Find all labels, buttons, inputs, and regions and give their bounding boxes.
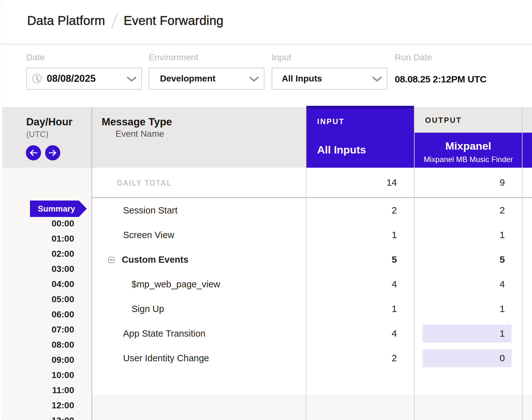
row-label: Session Start (123, 205, 177, 215)
row-output-value: 5 (435, 255, 505, 265)
row-input-value: 5 (328, 255, 397, 265)
breadcrumb-separator: / (114, 13, 115, 28)
row-input-value: 1 (328, 230, 397, 240)
message-type-title: Message Type (102, 116, 172, 128)
hour-item[interactable]: 04:00 (27, 279, 74, 289)
grid-line-1 (306, 107, 306, 420)
hour-item[interactable]: 03:00 (27, 264, 74, 274)
date-value: 08/08/2025 (47, 68, 96, 89)
grid-line-3 (522, 107, 523, 420)
environment-value: Development (160, 68, 216, 89)
input-label: Input (272, 53, 291, 62)
row-input-value: 1 (328, 304, 397, 314)
arrow-left-icon (29, 149, 38, 157)
date-label: Date (26, 53, 45, 62)
output-column-header[interactable]: Mixpanel Mixpanel MB Music Finder (415, 133, 522, 168)
input-column-title: All Inputs (317, 144, 366, 156)
row-input-value: 2 (328, 353, 397, 363)
output-group-label: OUTPUT (425, 117, 462, 124)
summary-tab[interactable]: Summary (30, 201, 87, 217)
date-select[interactable]: 08/08/2025 (26, 68, 142, 90)
daily-total-label: DAILY TOTAL (117, 179, 172, 187)
hour-item[interactable]: 05:00 (27, 295, 74, 304)
row-output-value: 0 (435, 353, 505, 363)
chevron-down-icon (372, 76, 382, 82)
breadcrumb-section[interactable]: Data Platform (27, 14, 105, 27)
prev-day-button[interactable] (26, 145, 41, 160)
hour-item[interactable]: 08:00 (27, 340, 74, 350)
header-divider (0, 44, 532, 45)
daily-total-output: 9 (435, 177, 505, 188)
input-select[interactable]: All Inputs (272, 68, 387, 90)
hour-item[interactable]: 07:00 (27, 325, 74, 334)
event-name-subtitle: Event Name (115, 129, 164, 138)
input-value: All Inputs (282, 68, 322, 89)
run-date-label: Run Date (395, 53, 432, 62)
daily-total-input: 14 (328, 177, 397, 188)
row-label: User Identity Change (123, 353, 209, 363)
breadcrumb: Data Platform/Event Forwarding (27, 13, 223, 28)
output-column-title: Mixpanel (415, 140, 522, 152)
hour-item[interactable]: 12:00 (27, 401, 74, 410)
input-group-label: INPUT (317, 118, 345, 125)
output-column-subtitle: Mixpanel MB Music Finder (415, 155, 522, 164)
row-label: Sign Up (132, 304, 164, 314)
row-output-value: 1 (435, 304, 505, 314)
row-input-value: 4 (328, 328, 397, 339)
day-hour-subtitle: (UTC) (26, 130, 49, 139)
hour-item[interactable]: 11:00 (27, 386, 74, 395)
row-input-value: 4 (328, 279, 397, 289)
hour-item[interactable]: 09:00 (27, 355, 74, 365)
hour-item[interactable]: 02:00 (27, 249, 74, 259)
bottom-band (92, 395, 532, 420)
run-date-value: 08.08.25 2:12PM UTC (395, 75, 487, 84)
hour-item[interactable]: 00:00 (27, 219, 74, 228)
grid-line-2 (414, 107, 415, 420)
arrow-right-icon (48, 149, 57, 157)
collapse-icon[interactable] (108, 257, 115, 263)
rail-border (92, 107, 92, 420)
row-label[interactable]: Custom Events (122, 255, 188, 265)
output-column-2-header[interactable] (523, 133, 532, 168)
row-label: Screen View (123, 230, 174, 240)
chevron-down-icon (249, 76, 259, 82)
hour-item[interactable]: 01:00 (27, 234, 74, 243)
input-column-header[interactable]: INPUT All Inputs (306, 106, 414, 168)
page-title: Event Forwarding (124, 14, 224, 27)
row-output-value: 1 (435, 328, 505, 339)
next-day-button[interactable] (45, 145, 60, 160)
hour-item[interactable]: 06:00 (27, 310, 74, 319)
day-hour-title: Day/Hour (26, 116, 73, 128)
row-input-value: 2 (328, 205, 397, 215)
row-label: $mp_web_page_view (132, 279, 220, 289)
clock-icon (32, 74, 42, 84)
row-output-value: 2 (435, 205, 505, 215)
daily-total-separator (92, 197, 532, 198)
summary-label: Summary (30, 201, 79, 217)
hour-item[interactable]: 13:00 (27, 416, 74, 420)
environment-select[interactable]: Development (149, 68, 264, 90)
row-label: App State Transition (123, 328, 205, 339)
chevron-down-icon (127, 76, 137, 82)
row-output-value: 1 (435, 230, 505, 240)
hour-item[interactable]: 10:00 (27, 370, 74, 380)
row-output-value: 4 (435, 279, 505, 289)
environment-label: Environment (149, 53, 198, 62)
